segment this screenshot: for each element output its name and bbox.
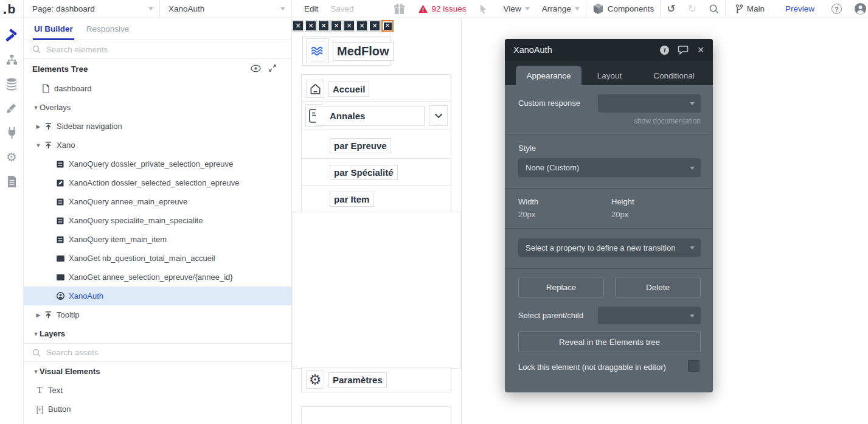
account-button[interactable] — [848, 0, 868, 18]
redo-button[interactable]: ↻ — [681, 0, 702, 18]
xano-element-placeholder[interactable]: ✕ — [318, 20, 330, 32]
medflow-logo-tile[interactable] — [306, 38, 329, 63]
xano-element-placeholder[interactable]: ✕ — [356, 20, 368, 32]
caret-right-icon[interactable]: ▶ — [35, 123, 42, 130]
delete-button[interactable]: Delete — [615, 277, 701, 297]
home-icon-box[interactable] — [306, 80, 324, 98]
tab-appearance[interactable]: Appearance — [516, 66, 582, 85]
rail-workflow-button[interactable] — [0, 47, 23, 72]
transition-dropdown[interactable]: Select a property to define a new transi… — [518, 238, 701, 257]
tree-item-dashboard[interactable]: dashboard — [24, 79, 291, 98]
caret-down-icon[interactable]: ▼ — [35, 142, 42, 148]
tree-item-xanoquery-annee-main-epreuve[interactable]: XanoQuery annee_main_epreuve — [24, 192, 291, 211]
caret-right-icon[interactable]: ▶ — [35, 312, 42, 318]
menu-item-par-epreuve[interactable]: par Epreuve — [330, 138, 391, 153]
replace-button[interactable]: Replace — [518, 277, 604, 297]
info-icon[interactable]: i — [660, 46, 669, 55]
design-icon — [5, 29, 18, 42]
xano-element-placeholder[interactable]: ✕ — [330, 20, 342, 32]
rail-settings-button[interactable]: ⚙ — [0, 145, 23, 169]
show-documentation-link[interactable]: show documentation — [518, 116, 701, 125]
menu-item-accueil[interactable]: Accueil — [328, 82, 369, 97]
menu-item-par-item[interactable]: par Item — [330, 192, 373, 207]
reveal-in-tree-button[interactable]: Reveal in the Elements tree — [518, 332, 701, 352]
rail-styles-button[interactable] — [0, 96, 23, 120]
tree-item-xano[interactable]: ▼Xano — [24, 136, 291, 155]
tree-item-xanoquery-dossier-private-selection-epreuve[interactable]: XanoQuery dossier_private_selection_epre… — [24, 155, 291, 173]
select-parent-dropdown[interactable] — [598, 307, 701, 324]
chevron-down-icon — [148, 7, 153, 10]
element-selector-dropdown[interactable]: XanoAuth — [160, 0, 292, 18]
tree-item-xanoaction-dossier-selected-selection-epreuve[interactable]: XanoAction dossier_selected_selection_ep… — [24, 173, 291, 192]
rail-data-button[interactable] — [0, 72, 23, 96]
tree-item-xanoauth[interactable]: XanoAuth — [24, 287, 291, 305]
avatar-icon — [854, 2, 867, 15]
menu-item-parametres[interactable]: Paramètres — [328, 372, 387, 388]
palette-item-text[interactable]: TText — [24, 381, 291, 400]
x-glyph: ✕ — [332, 21, 341, 30]
main-content-group[interactable] — [293, 212, 460, 369]
bottom-empty-group[interactable] — [301, 406, 451, 424]
lock-element-checkbox[interactable] — [688, 360, 700, 372]
xano-element-placeholder[interactable]: ✕ — [292, 20, 304, 32]
overlay-icon — [44, 311, 52, 319]
tree-item-layers[interactable]: ▼Layers — [24, 324, 291, 343]
custom-response-dropdown[interactable] — [598, 94, 701, 113]
search-button[interactable] — [703, 0, 725, 18]
caret-down-icon[interactable]: ▼ — [32, 331, 40, 337]
visibility-toggle[interactable] — [251, 64, 261, 75]
tree-item-overlays[interactable]: ▼Overlays — [24, 98, 291, 117]
tab-conditional[interactable]: Conditional — [642, 66, 706, 85]
tree-item-xanoquery-item-main-item[interactable]: XanoQuery item_main_item — [24, 230, 291, 249]
tab-ui-builder[interactable]: UI Builder — [34, 18, 73, 40]
waves-icon — [310, 45, 325, 57]
search-assets-input[interactable] — [46, 348, 229, 357]
preview-button[interactable]: Preview — [774, 0, 825, 18]
xano-element-selected[interactable]: ✕ — [381, 20, 394, 32]
search-elements-row — [24, 40, 291, 59]
button-element-icon: [+] — [36, 405, 43, 414]
parametres-icon-box[interactable]: ⚙ — [306, 370, 324, 389]
bubble-logo[interactable]: b — [0, 0, 24, 18]
edit-menu[interactable]: Edit — [298, 0, 324, 18]
comment-icon[interactable] — [678, 45, 689, 55]
tab-responsive[interactable]: Responsive — [86, 24, 130, 33]
tree-item-xanoquery-specialite-main-specialite[interactable]: XanoQuery specialite_main_specialite — [24, 211, 291, 230]
style-dropdown[interactable]: None (Custom) — [518, 158, 701, 177]
close-icon[interactable]: ✕ — [697, 45, 704, 55]
xano-element-placeholder[interactable]: ✕ — [305, 20, 317, 32]
section-visual-elements[interactable]: ▼ Visual Elements — [24, 362, 291, 381]
arrange-menu[interactable]: Arrange — [536, 0, 586, 18]
page-selector-dropdown[interactable]: Page: dashboard — [24, 0, 160, 18]
view-menu[interactable]: View — [498, 0, 536, 18]
rail-design-button[interactable] — [0, 23, 23, 47]
caret-down-icon[interactable]: ▼ — [32, 105, 40, 111]
annales-expand-button[interactable] — [429, 105, 448, 126]
help-button[interactable]: ? — [825, 0, 848, 18]
app-title[interactable]: MedFlow — [333, 42, 394, 61]
palette-item-button[interactable]: [+]Button — [24, 400, 291, 419]
xano-element-placeholder[interactable]: ✕ — [369, 20, 381, 32]
issues-button[interactable]: 92 issues — [412, 0, 473, 18]
gift-button[interactable] — [387, 0, 412, 18]
pointer-tool[interactable] — [473, 0, 494, 18]
tree-item-tooltip[interactable]: ▶Tooltip — [24, 305, 291, 324]
components-button[interactable]: Components — [586, 0, 661, 18]
x-glyph: ✕ — [344, 21, 354, 30]
undo-button[interactable]: ↺ — [661, 0, 681, 18]
tab-layout[interactable]: Layout — [582, 66, 637, 85]
gear-icon: ⚙ — [309, 373, 322, 387]
expand-tree-button[interactable] — [268, 64, 277, 75]
property-editor-header[interactable]: XanoAuth i ✕ — [505, 39, 713, 61]
menu-item-par-specialite[interactable]: par Spécialité — [330, 165, 398, 180]
rail-plugins-button[interactable] — [0, 120, 23, 145]
search-elements-input[interactable] — [46, 45, 229, 54]
branch-selector[interactable]: Main — [726, 0, 774, 18]
tree-item-sidebar-navigation[interactable]: ▶Sidebar navigation — [24, 117, 291, 136]
xano-element-placeholder[interactable]: ✕ — [343, 20, 355, 32]
menu-item-annales[interactable]: Annales — [316, 106, 425, 126]
tree-item-xanoget-annee-selection-epreuve-annee-id-[interactable]: XanoGet annee_selection_epreuve/{annee_i… — [24, 268, 291, 287]
rail-logs-button[interactable] — [0, 169, 23, 193]
chevron-down-icon — [434, 113, 443, 119]
tree-item-xanoget-nb-question-total-main-accueil[interactable]: XanoGet nb_question_total_main_accueil — [24, 249, 291, 268]
